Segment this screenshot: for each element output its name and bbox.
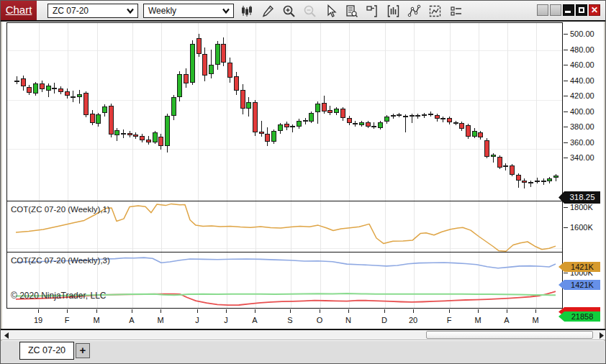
candle-body	[234, 76, 239, 90]
zoom-in-icon[interactable]	[281, 3, 296, 19]
time-axis-label: F	[438, 316, 460, 324]
title-bar: Chart ZC 07-20 Weekly	[1, 1, 606, 22]
cursor-icon[interactable]	[323, 3, 338, 19]
axis-tick-label: 1800K	[570, 203, 603, 211]
candle-body	[71, 96, 76, 98]
candle-body	[33, 83, 38, 94]
panel-divider-1[interactable]	[7, 201, 563, 201]
axis-tick	[564, 65, 568, 65]
time-axis-tick	[449, 309, 450, 313]
time-axis-label: M	[467, 316, 489, 324]
axis-tick-label: 460.00	[570, 60, 603, 69]
time-axis-label: 20	[402, 316, 424, 324]
candle-body	[221, 44, 226, 63]
time-axis-label: O	[309, 316, 330, 324]
maximize-button[interactable]	[576, 4, 587, 16]
candle-body	[278, 124, 283, 131]
axis-tick	[564, 207, 568, 208]
scroll-left-icon[interactable]	[2, 332, 10, 340]
candle-body	[334, 109, 339, 112]
candle-body	[397, 114, 402, 116]
axis-tick-label: 400.00	[570, 107, 603, 116]
candle-body	[466, 125, 471, 137]
candle-body	[503, 165, 508, 167]
axis-tick	[564, 273, 568, 273]
axis-tick	[564, 158, 568, 158]
time-axis-tick	[226, 309, 227, 313]
line-tool-icon[interactable]	[407, 3, 421, 19]
candle-body	[158, 137, 163, 146]
cot1-value-marker: 1421K	[558, 262, 600, 272]
cot2-panel-label: COT(ZC 07-20 (Weekly),3)	[11, 256, 110, 265]
candle-body	[459, 123, 464, 129]
window-button-blank-1[interactable]	[537, 4, 548, 16]
candle-body	[240, 90, 245, 109]
window-button-blank-2[interactable]	[550, 4, 561, 16]
zoom-out-icon[interactable]	[302, 3, 317, 19]
time-axis-label: M	[150, 316, 171, 324]
candle-body	[102, 106, 107, 113]
candle-body	[541, 181, 546, 182]
candle-body	[516, 175, 521, 181]
horizontal-scrollbar[interactable]	[1, 329, 606, 340]
time-axis-label: 19	[27, 316, 49, 324]
time-axis-label: D	[374, 316, 395, 324]
cot3-value-marker: 1421K	[558, 280, 600, 290]
candle-body	[522, 181, 527, 183]
time-axis-label: J	[215, 316, 237, 324]
axis-tick	[564, 50, 568, 50]
app-tab-chart[interactable]: Chart	[1, 1, 37, 20]
time-axis-tick	[160, 309, 161, 313]
candle-body	[184, 74, 189, 83]
time-axis-label: J	[186, 316, 208, 324]
data-box-icon[interactable]	[344, 3, 358, 19]
last-price-marker: 318.25	[558, 191, 600, 204]
candle-body	[177, 74, 182, 97]
candle-body	[127, 133, 132, 135]
indicators-icon[interactable]	[448, 3, 463, 19]
time-axis-label: A	[496, 316, 517, 324]
close-button[interactable]: ✕	[589, 4, 600, 16]
time-axis-tick	[348, 309, 349, 313]
pencil-icon[interactable]	[261, 3, 275, 19]
time-axis-tick	[255, 309, 255, 313]
minimize-icon	[565, 11, 571, 13]
candle-body	[46, 86, 51, 91]
time-axis-label: A	[121, 316, 143, 324]
price-axis[interactable]: 318.25 1421K 1421K 21858 500.00480.00460…	[564, 22, 604, 309]
chevron-down-icon	[222, 8, 230, 14]
axis-tick	[564, 227, 568, 228]
add-tab-button[interactable]: +	[76, 343, 90, 358]
time-axis-label: N	[338, 316, 359, 324]
candle-body	[535, 181, 540, 182]
candle-body	[83, 93, 89, 115]
candle-body	[109, 106, 114, 135]
ninjatrader-watermark: © 2020 NinjaTrader, LLC	[11, 291, 106, 301]
tab-zc-07-20[interactable]: ZC 07-20	[19, 342, 74, 360]
panel-divider-2[interactable]	[7, 252, 563, 252]
candle-body	[40, 83, 45, 90]
minimize-button[interactable]	[563, 4, 574, 16]
candle-body	[478, 132, 483, 138]
data-series-icon[interactable]	[386, 3, 400, 19]
candle-body	[52, 88, 57, 89]
axis-tick	[564, 81, 568, 81]
candle-body	[171, 97, 176, 116]
candle-body	[96, 114, 101, 124]
instrument-dropdown[interactable]: ZC 07-20	[48, 4, 138, 18]
window-buttons: ✕	[537, 4, 600, 16]
time-axis[interactable]: 19FMAMJJASOND20FMAM	[6, 309, 604, 328]
chart-style-icon[interactable]	[240, 3, 254, 19]
scrollbar-thumb[interactable]	[426, 331, 593, 339]
strategy-icon[interactable]	[428, 3, 442, 19]
candle-body	[227, 63, 232, 78]
candle-body	[114, 130, 119, 136]
axis-tick-label: 340.00	[570, 153, 603, 162]
candle-body	[65, 91, 70, 96]
axis-tick	[564, 142, 568, 143]
chart-trader-icon[interactable]	[365, 3, 379, 19]
interval-dropdown[interactable]: Weekly	[143, 4, 234, 18]
scroll-right-icon[interactable]	[597, 332, 605, 340]
candle-body	[290, 126, 295, 127]
chart-plot-area[interactable]: COT(ZC 07-20 (Weekly),1) COT(ZC 07-20 (W…	[6, 22, 563, 309]
